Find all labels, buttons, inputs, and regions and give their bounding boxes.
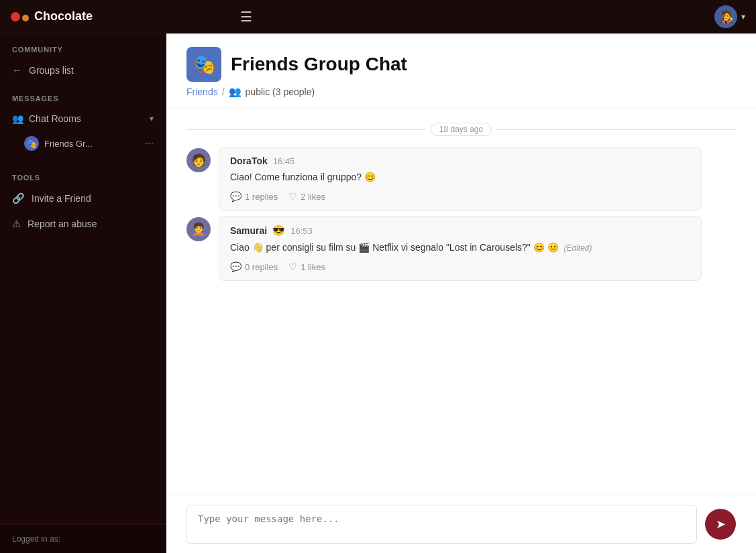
tools-section-label: TOOLS	[0, 162, 166, 186]
user-menu-chevron[interactable]: ▾	[741, 12, 745, 21]
input-area: ➤	[166, 495, 756, 553]
logged-in-label: Logged in as:	[12, 534, 60, 544]
message-author-1: DoraTok	[230, 156, 268, 166]
invite-label: Invite a Friend	[32, 193, 91, 204]
edited-label: (Edited)	[563, 243, 592, 253]
likes-count-2: 1 likes	[301, 262, 325, 272]
likes-action-2[interactable]: ♡ 1 likes	[288, 261, 325, 272]
send-icon: ➤	[716, 517, 726, 532]
message-time-2: 16:53	[290, 226, 313, 236]
tools-section: TOOLS 🔗 Invite a Friend ⚠ Report an abus…	[0, 162, 166, 237]
invite-icon: 🔗	[12, 192, 25, 204]
message-text-1: Ciao! Come funziona il gruppo? 😊	[230, 170, 690, 184]
message-avatar-samurai: 🧑‍🦱	[186, 217, 211, 241]
message-row: 🧑 DoraTok 16:45 Ciao! Come funziona il g…	[186, 147, 736, 210]
message-author-2: Samurai	[230, 225, 267, 236]
sidebar-item-groups-list[interactable]: ← Groups list	[0, 58, 166, 82]
sidebar-item-invite[interactable]: 🔗 Invite a Friend	[0, 186, 166, 211]
send-button[interactable]: ➤	[705, 509, 736, 540]
time-divider-label: 18 days ago	[431, 123, 492, 136]
community-section-label: COMMUNITY	[0, 34, 166, 58]
subitem-label: Friends Gr...	[44, 139, 93, 149]
replies-action-1[interactable]: 💬 1 replies	[230, 191, 278, 202]
back-arrow-icon: ←	[12, 64, 22, 76]
topbar-right: 🧑‍🎤 ▾	[714, 5, 745, 28]
likes-count-1: 2 likes	[301, 192, 325, 202]
time-divider: 18 days ago	[186, 123, 736, 136]
breadcrumb-friends-link[interactable]: Friends	[186, 86, 218, 97]
message-text-2: Ciao 👋 per consigli su film su 🎬 Netflix…	[230, 241, 690, 255]
main-layout: COMMUNITY ← Groups list MESSAGES 👥 Chat …	[0, 34, 756, 553]
sidebar-item-report[interactable]: ⚠ Report an abuse	[0, 211, 166, 237]
warning-icon: ⚠	[12, 218, 21, 230]
logo-icon	[11, 12, 29, 21]
heart-icon: ♡	[288, 191, 297, 202]
subitem-options-icon[interactable]: ···	[145, 137, 154, 149]
sidebar-bottom: Logged in as:	[0, 524, 166, 553]
groups-list-label: Groups list	[29, 65, 74, 76]
app-logo: Chocolate	[11, 9, 93, 23]
replies-count-1: 1 replies	[245, 192, 278, 202]
report-label: Report an abuse	[28, 219, 97, 229]
reply-icon: 💬	[230, 191, 241, 202]
chat-breadcrumb: Friends / 👥 public (3 people)	[186, 86, 736, 98]
chat-group-avatar: 🎭	[186, 47, 221, 82]
message-bubble-1: DoraTok 16:45 Ciao! Come funziona il gru…	[219, 147, 702, 210]
message-actions-2: 💬 0 replies ♡ 1 likes	[230, 261, 690, 272]
messages-area: 18 days ago 🧑 DoraTok 16:45 Ciao! Come f…	[166, 109, 756, 495]
chat-rooms-chevron-icon: ▾	[150, 114, 154, 123]
hamburger-menu-button[interactable]: ☰	[240, 9, 252, 25]
messages-section-label: MESSAGES	[0, 82, 166, 107]
sidebar-subitem-friends-group[interactable]: 🎭 Friends Gr... ···	[0, 131, 166, 156]
breadcrumb-group-info: public (3 people)	[246, 86, 315, 97]
message-time-1: 16:45	[273, 156, 295, 166]
content-area: 🎭 Friends Group Chat Friends / 👥 public …	[166, 34, 756, 553]
app-name: Chocolate	[34, 9, 93, 23]
message-bubble-2: Samurai 😎 16:53 Ciao 👋 per consigli su f…	[219, 216, 702, 281]
logo-dot-red	[11, 12, 20, 21]
message-meta-2: Samurai 😎 16:53	[230, 225, 690, 237]
message-meta-1: DoraTok 16:45	[230, 156, 690, 166]
message-actions-1: 💬 1 replies ♡ 2 likes	[230, 191, 690, 202]
heart-icon-2: ♡	[288, 261, 297, 272]
sidebar: COMMUNITY ← Groups list MESSAGES 👥 Chat …	[0, 34, 166, 553]
likes-action-1[interactable]: ♡ 2 likes	[288, 191, 325, 202]
subitem-avatar: 🎭	[24, 136, 39, 151]
group-icon: 👥	[229, 86, 241, 98]
replies-action-2[interactable]: 💬 0 replies	[230, 261, 278, 272]
breadcrumb-separator: /	[222, 86, 225, 97]
replies-count-2: 0 replies	[245, 262, 278, 272]
logo-dot-orange	[22, 15, 29, 21]
author-emoji-2: 😎	[272, 225, 285, 237]
chat-header: 🎭 Friends Group Chat Friends / 👥 public …	[166, 34, 756, 109]
chat-rooms-icon: 👥	[12, 113, 23, 124]
chat-header-top: 🎭 Friends Group Chat	[186, 47, 736, 82]
message-avatar-doratik: 🧑	[186, 148, 211, 172]
message-input[interactable]	[186, 505, 697, 544]
chat-title: Friends Group Chat	[231, 54, 407, 75]
user-avatar-top[interactable]: 🧑‍🎤	[714, 5, 737, 28]
chat-rooms-item[interactable]: 👥 Chat Rooms ▾	[0, 107, 166, 131]
topbar: Chocolate ☰ 🧑‍🎤 ▾	[0, 0, 756, 34]
chat-rooms-label: Chat Rooms	[29, 113, 81, 124]
reply-icon-2: 💬	[230, 261, 241, 272]
message-row: 🧑‍🦱 Samurai 😎 16:53 Ciao 👋 per consigli …	[186, 216, 736, 281]
